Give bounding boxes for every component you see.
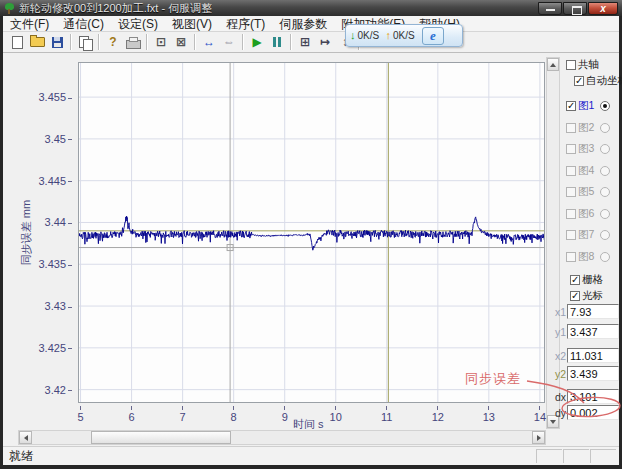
window-cascade-icon: ⊠	[176, 35, 186, 49]
x-tick-label: 7	[171, 406, 195, 423]
graph3-radio[interactable]	[600, 144, 610, 154]
status-text: 就绪	[9, 448, 33, 465]
scroll-right-button[interactable]	[532, 431, 545, 444]
toolbar-window-tile-button[interactable]: ⊡	[152, 33, 171, 51]
auto-axis-checkbox[interactable]: ✓	[574, 76, 584, 86]
toolbar-separator	[98, 34, 100, 50]
x-tick-label: 10	[324, 406, 348, 423]
y-tick-label: 3.45	[38, 133, 72, 145]
grid-checkbox[interactable]: ✓	[570, 275, 580, 285]
arrow-right-icon	[537, 435, 541, 441]
graph7-radio[interactable]	[600, 230, 610, 240]
x-tick-label: 5	[69, 406, 93, 423]
arrow-left-icon	[24, 435, 28, 441]
x2-input[interactable]	[567, 348, 619, 363]
horizontal-scrollbar-thumb[interactable]	[91, 431, 231, 444]
window-title: 新轮动修改00到1200加工.fxt - 伺服调整	[19, 1, 212, 16]
browser-icon[interactable]: e	[422, 27, 444, 45]
x1-field-row: x1	[553, 304, 619, 319]
maximize-button[interactable]	[563, 2, 587, 15]
coaxial-label: 共轴	[578, 58, 599, 72]
menu-item-1[interactable]: 文件(F)	[3, 17, 56, 31]
graph5-label: 图5	[578, 185, 598, 199]
toolbar: ?⊡⊠↔⇔▶⊞↦↕	[3, 32, 619, 53]
graph7-checkbox[interactable]	[566, 230, 576, 240]
y-tick-label: 3.455	[38, 91, 72, 103]
toolbar-separator	[242, 34, 244, 50]
menu-item-5[interactable]: 程序(T)	[219, 17, 272, 31]
menu-bar: 文件(F)通信(C)设定(S)视图(V)程序(T)伺服参数附加功能(E)帮助(H…	[3, 16, 619, 32]
menu-item-2[interactable]: 通信(C)	[56, 17, 111, 31]
coaxial-checkbox[interactable]	[566, 60, 576, 70]
toolbar-open-file-button[interactable]	[28, 33, 47, 51]
toolbar-print-button[interactable]	[124, 33, 143, 51]
expand-horizontal-icon: ↔	[203, 35, 215, 49]
plot-canvas[interactable]	[78, 62, 545, 403]
toolbar-run-button[interactable]: ▶	[248, 33, 267, 51]
graph2-label: 图2	[578, 121, 598, 135]
new-file-icon	[12, 36, 23, 49]
graph-row-7: 图7	[566, 228, 610, 242]
scroll-left-button[interactable]	[19, 431, 32, 444]
cursor-checkbox[interactable]: ✓	[570, 291, 580, 301]
y1-field-row: y1	[553, 324, 619, 339]
toolbar-separator	[290, 34, 292, 50]
y-tick-label: 3.44	[38, 216, 72, 228]
toolbar-shrink-horizontal-button[interactable]: ⇔	[220, 33, 239, 51]
graph1-checkbox[interactable]: ✓	[566, 101, 576, 111]
graph4-checkbox[interactable]	[566, 166, 576, 176]
dx-input[interactable]	[567, 389, 619, 404]
close-button[interactable]: x	[588, 2, 618, 15]
x-tick-label: 13	[477, 406, 501, 423]
dy-input[interactable]	[567, 405, 619, 420]
dy-label: dy	[553, 407, 566, 419]
graph6-checkbox[interactable]	[566, 209, 576, 219]
toolbar-help-button[interactable]: ?	[104, 33, 123, 51]
graph6-radio[interactable]	[600, 209, 610, 219]
status-cell	[590, 449, 616, 463]
coaxial-row: 共轴	[566, 58, 599, 72]
graph-row-8: 图8	[566, 250, 610, 264]
toolbar-zoom-fit-button[interactable]: ⊞	[296, 33, 315, 51]
menu-item-6[interactable]: 伺服参数	[272, 17, 334, 31]
graph-row-6: 图6	[566, 207, 610, 221]
menu-item-4[interactable]: 视图(V)	[165, 17, 219, 31]
toolbar-save-file-button[interactable]	[48, 33, 67, 51]
help-icon: ?	[109, 35, 116, 49]
y2-input[interactable]	[567, 366, 619, 381]
application-window: 新轮动修改00到1200加工.fxt - 伺服调整 x 文件(F)通信(C)设定…	[0, 0, 622, 469]
graph5-radio[interactable]	[600, 187, 610, 197]
y-tick-label: 3.425	[38, 342, 72, 354]
menu-item-3[interactable]: 设定(S)	[111, 17, 165, 31]
app-icon	[4, 3, 15, 14]
copy-icon	[79, 36, 89, 48]
graph2-checkbox[interactable]	[566, 123, 576, 133]
y-tick-label: 3.435	[38, 258, 72, 270]
graph2-radio[interactable]	[600, 123, 610, 133]
y1-input[interactable]	[567, 324, 619, 339]
graph4-radio[interactable]	[600, 166, 610, 176]
x1-input[interactable]	[567, 304, 619, 319]
toolbar-window-cascade-button[interactable]: ⊠	[172, 33, 191, 51]
scroll-up-button[interactable]	[547, 58, 559, 71]
minimize-button[interactable]	[538, 2, 562, 15]
zoom-x-icon: ↦	[320, 35, 330, 49]
toolbar-expand-horizontal-button[interactable]: ↔	[200, 33, 219, 51]
graph3-checkbox[interactable]	[566, 144, 576, 154]
x-tick-label: 11	[375, 406, 399, 423]
pause-icon	[273, 37, 281, 47]
x-tick-label: 14	[528, 406, 552, 423]
open-file-icon	[30, 37, 45, 47]
horizontal-scrollbar[interactable]	[18, 430, 546, 445]
graph1-radio[interactable]	[600, 101, 610, 111]
y2-field-row: y2	[553, 366, 619, 381]
graph5-checkbox[interactable]	[566, 187, 576, 197]
toolbar-zoom-x-button[interactable]: ↦	[316, 33, 335, 51]
toolbar-new-file-button[interactable]	[8, 33, 27, 51]
toolbar-pause-button[interactable]	[268, 33, 287, 51]
graph8-checkbox[interactable]	[566, 252, 576, 262]
dx-field-row: dx	[553, 389, 619, 404]
toolbar-copy-button[interactable]	[76, 33, 95, 51]
graph8-radio[interactable]	[600, 252, 610, 262]
graph-row-3: 图3	[566, 142, 610, 156]
